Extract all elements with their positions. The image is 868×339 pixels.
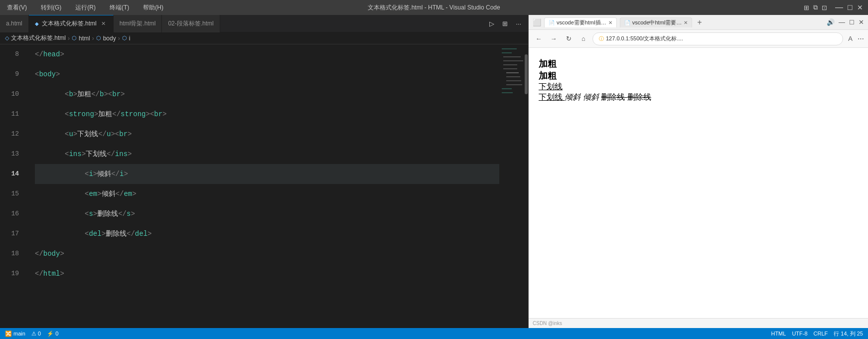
window-title: 文本格式化标签.html - HTML - Visual Studio Code	[368, 3, 500, 12]
browser-tab-2-close[interactable]: ✕	[684, 20, 688, 25]
line-num-19: 19	[0, 264, 19, 284]
browser-tab-1[interactable]: 📄 vscode需要html插… ✕	[544, 17, 617, 27]
status-bar: 🔀 main ⚠ 0 ⚡ 0 HTML UTF-8 CRLF 行 14, 列 2…	[0, 328, 868, 339]
code-line-14: <i>倾斜</i>	[35, 164, 499, 184]
breadcrumb-html-icon: ⬡	[72, 35, 77, 41]
code-line-13: <ins>下划线</ins>	[35, 144, 499, 164]
breadcrumb: ◇ 文本格式化标签.html › ⬡ html › ⬡ body › ⬡ i	[0, 32, 528, 44]
breadcrumb-html[interactable]: html	[79, 35, 90, 42]
maximize-browser-icon[interactable]: ☐	[849, 19, 855, 26]
minimize-icon[interactable]: —	[839, 18, 845, 26]
window-maximize[interactable]: ☐	[847, 4, 853, 11]
tab-active-file[interactable]: ◆ 文本格式化标签.html ✕	[29, 15, 114, 32]
status-errors[interactable]: ⚠ 0	[31, 331, 41, 337]
breadcrumb-i[interactable]: i	[129, 35, 131, 42]
address-bar[interactable]: ⓘ 127.0.0.1:5500/文本格式化标....	[592, 32, 843, 45]
tab-paragraph[interactable]: 02-段落标签.html	[162, 15, 220, 32]
title-bar-left: 查看(V) 转到(G) 运行(R) 终端(T) 帮助(H)	[5, 2, 165, 13]
breadcrumb-file[interactable]: 文本格式化标签.html	[11, 34, 66, 42]
minimap-content	[499, 44, 524, 328]
svg-rect-0	[502, 48, 517, 49]
browser-tab-2-favicon: 📄	[624, 20, 630, 25]
forward-button[interactable]: →	[548, 33, 560, 45]
code-line-17: <del>删除线</del>	[35, 224, 499, 244]
breadcrumb-i-icon: ⬡	[122, 35, 127, 41]
speaker-icon[interactable]: 🔊	[827, 18, 835, 26]
svg-rect-10	[502, 88, 512, 89]
line-num-17: 17	[0, 224, 19, 244]
status-language[interactable]: HTML	[771, 331, 786, 337]
svg-rect-1	[502, 52, 512, 53]
status-position[interactable]: 行 14, 列 25	[834, 330, 863, 338]
code-line-11: <strong>加粗</strong><br>	[35, 104, 499, 124]
line-num-9: 9	[0, 64, 19, 84]
preview-italic2: 倾斜	[583, 93, 601, 101]
line-num-10: 10	[0, 84, 19, 104]
layout-icon[interactable]: ⊞	[500, 19, 510, 28]
breadcrumb-file-icon: ◇	[5, 35, 9, 41]
window-controls: ⊞ ⧉ ⊡ — ☐ ✕	[804, 3, 863, 12]
back-button[interactable]: ←	[533, 33, 545, 45]
line-num-12: 12	[0, 124, 19, 144]
tab-label: a.html	[6, 20, 22, 27]
status-branch[interactable]: 🔀 main	[5, 331, 25, 337]
new-tab-btn[interactable]: +	[697, 18, 702, 27]
svg-rect-9	[506, 84, 522, 85]
close-browser-icon[interactable]: ✕	[859, 18, 864, 26]
menu-help[interactable]: 帮助(H)	[141, 2, 165, 13]
window-close[interactable]: ✕	[857, 3, 863, 11]
code-content[interactable]: </head> <body> <b>加粗</b><br> <strong>加粗<…	[25, 44, 499, 328]
breadcrumb-body[interactable]: body	[103, 35, 116, 42]
tab-close-button[interactable]: ✕	[100, 20, 107, 27]
browser-content: 加粗 加粗 下划线 下划线 倾斜 倾斜 删除线 删除线	[529, 48, 868, 318]
code-line-12: <u>下划线</u><br>	[35, 124, 499, 144]
browser-tab-2[interactable]: 📄 vscode中html需要… ✕	[620, 17, 693, 27]
menu-view[interactable]: 查看(V)	[5, 2, 29, 13]
menu-run[interactable]: 运行(R)	[73, 2, 98, 13]
window-icon-grid: ⊞	[804, 4, 809, 11]
home-button[interactable]: ⌂	[578, 33, 589, 45]
tab-skeleton-label: html骨架.html	[120, 19, 156, 28]
window-icon-split: ⧉	[813, 3, 818, 11]
preview-bold-strong: 加粗	[539, 70, 858, 82]
scrollbar-thumb[interactable]	[525, 54, 528, 94]
status-encoding[interactable]: UTF-8	[792, 331, 807, 337]
run-icon[interactable]: ▷	[487, 19, 496, 28]
preview-strike1: 删除线	[601, 93, 627, 101]
settings-icon[interactable]: ⋯	[858, 35, 864, 42]
refresh-button[interactable]: ↻	[563, 33, 575, 45]
svg-rect-11	[502, 92, 513, 93]
preview-line2-strong: 加粗	[539, 71, 557, 81]
svg-rect-5	[503, 68, 517, 69]
menu-goto[interactable]: 转到(G)	[39, 2, 63, 13]
browser-tab-2-label: vscode中html需要…	[632, 19, 682, 26]
code-line-8: </head>	[35, 44, 499, 64]
browser-toolbar: ← → ↻ ⌂ ⓘ 127.0.0.1:5500/文本格式化标.... A ⋯	[529, 30, 868, 48]
tab-actions: ▷ ⊞ ···	[487, 19, 528, 28]
line-num-16: 16	[0, 204, 19, 224]
preview-strike2: 删除线	[627, 93, 651, 101]
menu-terminal[interactable]: 终端(T)	[108, 2, 131, 13]
status-warnings[interactable]: ⚡ 0	[47, 331, 58, 337]
tab-skeleton[interactable]: html骨架.html	[114, 15, 162, 32]
preview-italic1: 倾斜	[565, 93, 582, 101]
window-minimize[interactable]: —	[835, 3, 843, 12]
address-text: 127.0.0.1:5500/文本格式化标....	[606, 35, 683, 42]
preview-combined-underline: 下划线	[539, 93, 565, 101]
editor-scrollbar[interactable]	[524, 44, 528, 328]
tab-active-label: 文本格式化标签.html	[42, 19, 97, 28]
browser-tab-1-close[interactable]: ✕	[608, 20, 612, 25]
code-line-15: <em>倾斜</em>	[35, 184, 499, 204]
read-mode-button[interactable]: A	[846, 34, 855, 43]
svg-rect-4	[503, 64, 517, 65]
status-line-ending[interactable]: CRLF	[814, 331, 828, 337]
code-line-10: <b>加粗</b><br>	[35, 84, 499, 104]
preview-underline: 下划线	[539, 82, 858, 92]
more-icon[interactable]: ···	[514, 19, 523, 28]
code-line-16: <s>删除线</s>	[35, 204, 499, 224]
svg-rect-7	[506, 76, 520, 77]
line-num-8: 8	[0, 44, 19, 64]
title-bar: 查看(V) 转到(G) 运行(R) 终端(T) 帮助(H) 文本格式化标签.ht…	[0, 0, 868, 15]
code-editor[interactable]: 8 9 10 11 12 13 14 15 16 17 18 19 </head…	[0, 44, 528, 328]
tab-a-html[interactable]: a.html	[0, 15, 29, 32]
